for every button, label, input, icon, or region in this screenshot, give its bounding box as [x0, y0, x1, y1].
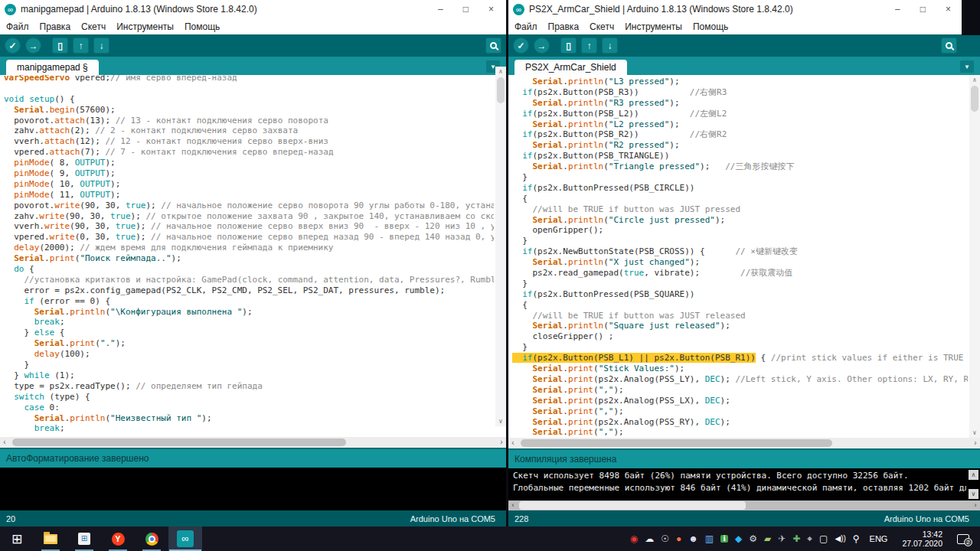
- scroll-down-icon[interactable]: ∨: [495, 418, 506, 425]
- scroll-left-icon[interactable]: ‹: [508, 500, 518, 510]
- scroll-left-icon[interactable]: ‹: [508, 438, 518, 448]
- taskbar-clock[interactable]: 13:42 27.07.2020: [897, 530, 947, 548]
- code-token: if: [522, 109, 532, 119]
- scroll-right-icon[interactable]: ›: [971, 500, 980, 510]
- console-hscrollbar[interactable]: ‹ ›: [508, 500, 980, 510]
- code-token: true: [116, 232, 136, 242]
- microphone-icon[interactable]: ⚲: [853, 534, 860, 543]
- scroll-down-icon[interactable]: ∨: [969, 429, 980, 436]
- code-token: OUTPUT: [80, 190, 110, 200]
- menu-tools[interactable]: Инструменты: [625, 21, 682, 32]
- editor-vscrollbar[interactable]: ∧ ∨: [969, 75, 980, 438]
- code-token: print: [568, 374, 593, 384]
- menu-help[interactable]: Помощь: [693, 21, 728, 32]
- menu-edit[interactable]: Правка: [548, 21, 580, 32]
- scroll-left-icon[interactable]: ‹: [0, 437, 9, 448]
- shield-icon[interactable]: ◆: [735, 534, 742, 543]
- save-button[interactable]: ↓: [93, 37, 109, 54]
- close-button[interactable]: ×: [946, 4, 951, 15]
- scroll-up-icon[interactable]: ∧: [495, 68, 506, 75]
- hscroll-thumb[interactable]: [519, 501, 746, 510]
- close-button[interactable]: ×: [488, 4, 494, 15]
- verify-button[interactable]: ✓: [5, 37, 21, 54]
- satellite-icon[interactable]: ⌖: [807, 534, 812, 543]
- cloud-upload-icon[interactable]: ☁: [645, 534, 654, 543]
- info-icon[interactable]: ℹ: [720, 535, 728, 543]
- open-button[interactable]: ↑: [73, 37, 89, 54]
- upload-button[interactable]: →: [534, 37, 550, 54]
- code-token: (: [603, 140, 609, 150]
- console-scroll-down-icon[interactable]: ∨: [969, 489, 978, 499]
- vscroll-thumb[interactable]: [971, 86, 978, 112]
- title-bar[interactable]: ∞ manipgamepad | Arduino 1.8.13 (Windows…: [0, 0, 506, 18]
- sketch-tab[interactable]: PS2X_ArmCar_Shield: [514, 60, 627, 75]
- save-button[interactable]: ↓: [602, 37, 618, 54]
- upload-button[interactable]: →: [25, 37, 41, 54]
- code-token: );: [720, 417, 730, 427]
- menu-sketch[interactable]: Скетч: [590, 21, 614, 32]
- code-token: ( 11,: [50, 190, 80, 200]
- menu-tools[interactable]: Инструменты: [116, 21, 174, 32]
- code-token: while: [24, 370, 50, 380]
- title-bar[interactable]: ∞ PS2X_ArmCar_Shield | Arduino 1.8.13 (W…: [508, 0, 980, 18]
- defender-icon[interactable]: ✚: [792, 534, 800, 543]
- hscroll-thumb[interactable]: [12, 439, 346, 446]
- editor-hscrollbar[interactable]: ‹ ›: [508, 438, 980, 448]
- hscroll-thumb[interactable]: [521, 439, 832, 447]
- new-sketch-button[interactable]: ▯: [52, 37, 68, 54]
- media-player-icon[interactable]: ●: [676, 534, 681, 543]
- menu-help[interactable]: Помощь: [185, 21, 220, 32]
- menu-sketch[interactable]: Скетч: [81, 21, 106, 32]
- code-token: (12);: [75, 136, 106, 146]
- line-number: 20: [6, 514, 15, 523]
- tab-list-dropdown[interactable]: ▼: [960, 60, 974, 73]
- maximize-button[interactable]: □: [463, 4, 469, 15]
- taskbar-app-yandex[interactable]: Y: [101, 527, 135, 551]
- code-token: (2000);: [39, 243, 80, 253]
- taskbar-app-chrome[interactable]: [135, 527, 168, 551]
- minimize-button[interactable]: –: [438, 4, 443, 15]
- menu-file[interactable]: Файл: [514, 21, 537, 32]
- code-token: pinMode: [14, 179, 49, 189]
- minimize-button[interactable]: –: [895, 4, 900, 15]
- language-indicator[interactable]: ENG: [867, 534, 891, 543]
- scroll-right-icon[interactable]: ›: [497, 437, 506, 448]
- editor-vscrollbar[interactable]: ∧ ∨: [495, 67, 506, 426]
- account-icon[interactable]: ☉: [661, 534, 669, 543]
- record-icon[interactable]: ◉: [630, 534, 638, 543]
- vscroll-thumb[interactable]: [497, 77, 505, 103]
- taskbar-app-arduino[interactable]: ∞: [168, 527, 202, 551]
- console-scroll-up-icon[interactable]: ∧: [969, 470, 978, 480]
- verify-button[interactable]: ✓: [513, 37, 529, 54]
- taskbar-app-file-explorer[interactable]: [34, 527, 67, 551]
- green-folder-icon[interactable]: ▰: [764, 534, 771, 543]
- menu-file[interactable]: Файл: [6, 21, 29, 32]
- code-editor[interactable]: varSpeedServo vpered;// имя серво вперед…: [0, 75, 506, 437]
- code-token: "Circle just pressed": [609, 215, 715, 225]
- network-icon[interactable]: ▢: [819, 534, 828, 543]
- code-token: print: [568, 364, 593, 373]
- code-editor[interactable]: ∧ ∨ Serial.println("L3 pressed"); if(ps2…: [508, 75, 980, 438]
- scroll-up-icon[interactable]: ∧: [969, 77, 980, 83]
- code-token: );: [105, 168, 115, 178]
- start-button[interactable]: ⊞: [0, 527, 34, 551]
- maximize-button[interactable]: □: [920, 4, 926, 15]
- code-token: //print stick values if either is TRUE: [771, 353, 964, 363]
- serial-monitor-button[interactable]: [485, 37, 501, 54]
- volume-icon[interactable]: ◀)): [835, 535, 845, 543]
- taskbar-app-store[interactable]: ⊞: [67, 527, 101, 551]
- menu-edit[interactable]: Правка: [40, 21, 71, 32]
- stats-icon[interactable]: ▥: [705, 534, 714, 543]
- notification-center-icon[interactable]: 2: [957, 534, 969, 544]
- code-token: OUTPUT: [75, 168, 106, 178]
- new-sketch-button[interactable]: ▯: [560, 37, 577, 54]
- sketch-tab[interactable]: manipgamepad §: [6, 60, 99, 75]
- plane-icon[interactable]: ✈: [778, 534, 786, 543]
- steam-icon[interactable]: ⚙: [749, 534, 757, 543]
- discord-icon[interactable]: ☻: [688, 534, 698, 543]
- scroll-right-icon[interactable]: ›: [971, 438, 980, 448]
- serial-monitor-button[interactable]: [941, 37, 957, 54]
- code-token: .: [44, 105, 50, 115]
- editor-hscrollbar[interactable]: ‹ ›: [0, 437, 506, 448]
- open-button[interactable]: ↑: [581, 37, 597, 54]
